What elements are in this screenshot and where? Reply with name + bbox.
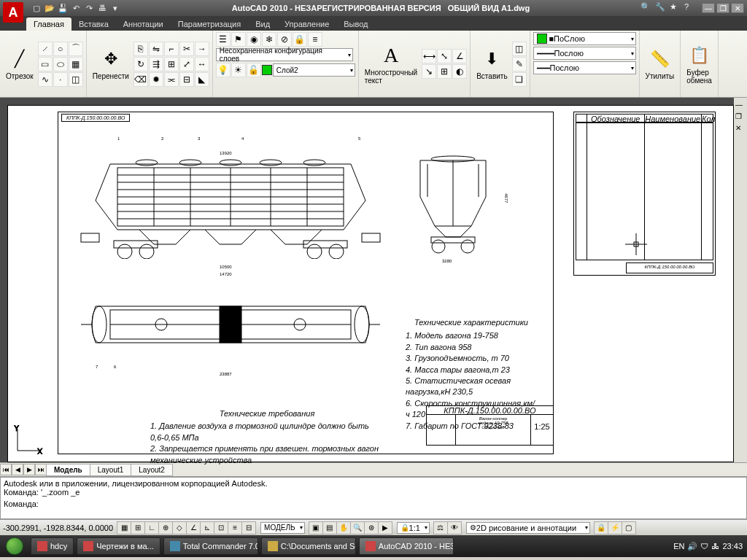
trim-icon[interactable]: ✂ — [179, 42, 194, 56]
dim-angle-icon[interactable]: ∠ — [452, 49, 467, 63]
dyn-icon[interactable]: ⊡ — [214, 521, 228, 534]
dim-align-icon[interactable]: ⤡ — [437, 49, 452, 63]
region-icon[interactable]: ◫ — [69, 72, 83, 87]
showmotion-icon[interactable]: ▶ — [378, 521, 392, 534]
tray-network-icon[interactable]: 🖧 — [711, 542, 719, 551]
tab-first-icon[interactable]: ⏮ — [0, 464, 12, 475]
mtext-button[interactable]: A Многострочный текст — [362, 42, 420, 86]
task-totalcmd[interactable]: Total Commander 7.0... — [163, 537, 258, 555]
block-attr-icon[interactable]: ❏ — [512, 72, 527, 87]
snap-icon[interactable]: ▦ — [117, 521, 131, 534]
layer-color-swatch[interactable] — [262, 65, 272, 75]
tab-last-icon[interactable]: ⏭ — [35, 464, 47, 475]
layer-lock-icon[interactable]: 🔒 — [293, 32, 307, 47]
annotation-scale[interactable]: 🔒 1:1 — [397, 522, 430, 534]
layer-prop-icon[interactable]: ☰ — [216, 32, 231, 47]
circle-icon[interactable]: ○ — [53, 42, 68, 56]
ortho-icon[interactable]: ∟ — [144, 521, 159, 534]
tab-prev-icon[interactable]: ◀ — [12, 464, 23, 475]
arc-icon[interactable]: ⌒ — [69, 42, 83, 56]
explode-icon[interactable]: ✹ — [149, 72, 163, 87]
osnap-icon[interactable]: ◇ — [172, 521, 187, 534]
chamfer-icon[interactable]: ◣ — [195, 72, 209, 87]
stretch-icon[interactable]: ↔ — [195, 57, 209, 71]
scale-icon[interactable]: ⤢ — [179, 57, 194, 71]
tab-annotate[interactable]: Аннотации — [116, 18, 171, 31]
polyline-icon[interactable]: ⟋ — [38, 42, 53, 56]
command-line[interactable]: Autodesk или в приложении, лицензированн… — [0, 477, 747, 519]
quickview-icon[interactable]: ▣ — [309, 521, 323, 534]
task-explorer[interactable]: C:\Documents and Se... — [261, 537, 356, 555]
fillet-icon[interactable]: ⌐ — [164, 42, 179, 56]
dim-linear-icon[interactable]: ⟷ — [422, 49, 436, 63]
copy-icon[interactable]: ⎘ — [133, 42, 148, 56]
undo-icon[interactable]: ↶ — [70, 2, 82, 14]
drawing-canvas[interactable]: КППК-Д.150.00.00.00.ВО — [7, 105, 734, 462]
join-icon[interactable]: ⫘ — [164, 72, 179, 87]
qat-dropdown-icon[interactable]: ▾ — [109, 2, 121, 14]
ellipse-icon[interactable]: ⬭ — [53, 57, 68, 71]
search-icon[interactable]: 🔍 — [640, 2, 652, 14]
quicklayout-icon[interactable]: ▤ — [322, 521, 337, 534]
star-icon[interactable]: ★ — [670, 2, 681, 14]
tray-clock[interactable]: 23:43 — [722, 542, 743, 551]
new-icon[interactable]: ▢ — [31, 2, 42, 14]
close-vp-icon[interactable]: ✕ — [735, 124, 746, 134]
wheel-icon[interactable]: ⊛ — [364, 521, 379, 534]
layer-state-icon[interactable]: ⚑ — [231, 32, 246, 47]
start-button[interactable] — [0, 535, 29, 557]
offset-icon[interactable]: ⇶ — [149, 57, 163, 71]
tray-volume-icon[interactable]: 🔊 — [687, 542, 697, 551]
extend-icon[interactable]: → — [195, 42, 209, 56]
lwt-icon[interactable]: ≡ — [228, 521, 242, 534]
mirror-icon[interactable]: ⇋ — [149, 42, 163, 56]
qp-icon[interactable]: ⊟ — [241, 521, 256, 534]
hwaccel-icon[interactable]: ⚡ — [608, 521, 622, 534]
open-icon[interactable]: 📂 — [44, 2, 55, 14]
layer-off-icon[interactable]: ⊘ — [277, 32, 292, 47]
grid-icon[interactable]: ⊞ — [131, 521, 145, 534]
move-button[interactable]: ✥ Перенести — [90, 46, 132, 82]
zoom-icon[interactable]: 🔍 — [350, 521, 365, 534]
workspace-combo[interactable]: ⚙ 2D рисование и аннотации — [466, 522, 590, 534]
rotate-icon[interactable]: ↻ — [133, 57, 148, 71]
close-button[interactable]: ✕ — [731, 3, 744, 13]
max-vp-icon[interactable]: ❐ — [735, 112, 746, 122]
array-icon[interactable]: ⊞ — [164, 57, 179, 71]
redo-icon[interactable]: ↷ — [83, 2, 95, 14]
insert-button[interactable]: ⬇ Вставить — [473, 46, 510, 82]
layer-freeze-icon[interactable]: ❄ — [262, 32, 276, 47]
color-combo[interactable]: ■ПоСлою — [533, 32, 636, 45]
layer-lock2-icon[interactable]: 🔓 — [247, 63, 261, 77]
linetype-combo[interactable]: ━━━━ Послою — [533, 47, 636, 60]
task-drawings[interactable]: Чертежи в ма... — [77, 537, 160, 555]
tab-parametric[interactable]: Параметризация — [171, 18, 248, 31]
tab-view[interactable]: Вид — [248, 18, 277, 31]
task-hdcy[interactable]: hdcy — [31, 537, 74, 555]
otrack-icon[interactable]: ∠ — [186, 521, 201, 534]
create-block-icon[interactable]: ◫ — [512, 42, 527, 56]
print-icon[interactable]: 🖶 — [96, 2, 108, 14]
spline-icon[interactable]: ∿ — [38, 72, 53, 87]
model-space-button[interactable]: МОДЕЛЬ — [260, 522, 304, 534]
restore-icon[interactable]: — — [735, 101, 746, 111]
tab-next-icon[interactable]: ▶ — [23, 464, 35, 475]
layer-sun-icon[interactable]: ☀ — [231, 63, 246, 77]
leader-icon[interactable]: ↘ — [422, 64, 436, 79]
help-icon[interactable]: ? — [684, 2, 696, 14]
clipboard-button[interactable]: 📋 Буфер обмена — [684, 42, 715, 86]
minimize-button[interactable]: — — [702, 3, 715, 13]
tab-manage[interactable]: Управление — [277, 18, 336, 31]
tab-insert[interactable]: Вставка — [71, 18, 116, 31]
layer-bulb-icon[interactable]: 💡 — [216, 63, 231, 77]
save-icon[interactable]: 💾 — [57, 2, 69, 14]
tab-output[interactable]: Вывод — [336, 18, 375, 31]
task-autocad[interactable]: AutoCAD 2010 - НЕЗ... — [359, 537, 454, 555]
layer-match-icon[interactable]: ≡ — [308, 32, 322, 47]
key-icon[interactable]: 🔧 — [655, 2, 667, 14]
tray-shield-icon[interactable]: 🛡 — [700, 542, 708, 551]
break-icon[interactable]: ⊟ — [179, 72, 194, 87]
erase-icon[interactable]: ⌫ — [133, 72, 148, 87]
tray-lang[interactable]: EN — [673, 542, 684, 551]
polar-icon[interactable]: ⊕ — [158, 521, 173, 534]
